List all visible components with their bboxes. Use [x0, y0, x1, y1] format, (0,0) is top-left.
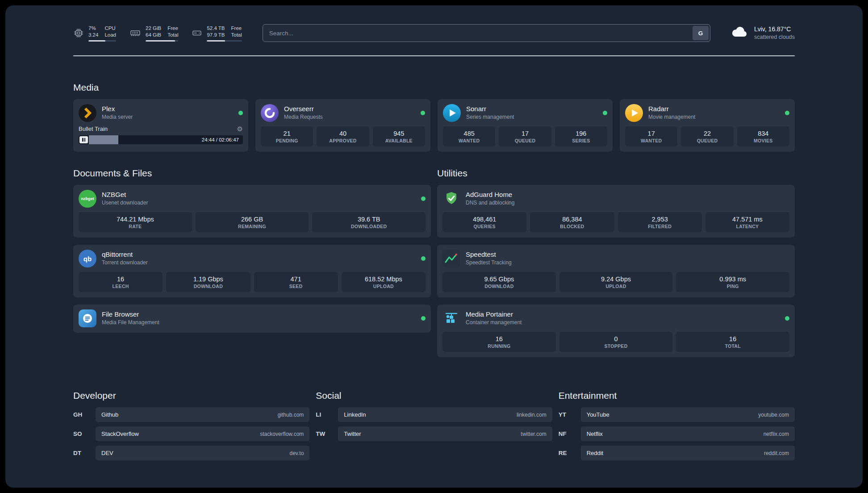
service-card-filebrowser[interactable]: File Browser Media File Management [73, 305, 431, 333]
stat-tile: 1.19 Gbps DOWNLOAD [166, 272, 250, 292]
stat-value: 266 GB [197, 215, 307, 223]
stat-value: 1.19 Gbps [168, 275, 248, 283]
bookmark-name: DEV [101, 450, 113, 456]
search-engine-button[interactable]: G [693, 26, 709, 40]
bookmark-url: dev.to [290, 450, 304, 456]
stat-label: AVAILABLE [375, 138, 423, 144]
cpu-progress-bar [88, 40, 116, 42]
disk-label-bottom: Total [231, 32, 242, 38]
bookmark-group-entertainment: Entertainment YT YouTube youtube.com NF … [559, 390, 795, 460]
stat-tile: 945 AVAILABLE [373, 126, 425, 146]
cpu-load-value: 3.24 [88, 32, 98, 38]
disk-total: 97.9 TB [207, 32, 225, 38]
memory-progress-bar [146, 40, 178, 42]
disk-icon [192, 28, 202, 38]
bookmark-github[interactable]: GH Github github.com [73, 407, 309, 422]
service-card-portainer[interactable]: Media Portainer Container management 16 … [437, 305, 795, 357]
status-dot [785, 316, 789, 321]
bookmark-stackoverflow[interactable]: SO StackOverflow stackoverflow.com [73, 426, 309, 441]
stat-label: RATE [80, 223, 190, 230]
stat-value: 86,384 [532, 215, 612, 223]
dashboard-frame: 7% 3.24 CPU Load [0, 0, 868, 493]
stat-value: 618.52 Mbps [343, 275, 424, 283]
stat-value: 471 [256, 275, 336, 283]
service-card-radarr[interactable]: Radarr Movie management 17 WANTED 22 QUE… [620, 99, 795, 152]
stat-label: PING [678, 283, 788, 289]
radarr-icon [625, 104, 643, 122]
section-title-entertainment: Entertainment [559, 390, 795, 401]
bookmark-reddit[interactable]: RE Reddit reddit.com [559, 446, 795, 460]
service-card-sonarr[interactable]: Sonarr Series management 485 WANTED 17 Q… [438, 99, 613, 152]
stat-tile: 498,461 QUERIES [442, 212, 526, 232]
stat-label: WANTED [627, 138, 676, 144]
bookmark-name: Twitter [344, 430, 361, 437]
service-card-qbittorrent[interactable]: qb qBittorrent Torrent downloader 16 LEE… [73, 245, 431, 297]
service-card-nzbget[interactable]: nzbget NZBGet Usenet downloader 744.21 M… [73, 185, 431, 238]
stat-label: SERIES [557, 138, 605, 144]
bookmark-netflix[interactable]: NF Netflix netflix.com [559, 426, 795, 441]
stat-tile: 17 QUEUED [499, 126, 551, 146]
resource-widgets: 7% 3.24 CPU Load [73, 25, 242, 42]
section-title-utilities: Utilities [437, 168, 795, 179]
service-card-speedtest[interactable]: Speedtest Speedtest Tracking 9.65 Gbps D… [437, 245, 795, 297]
bookmark-linkedin[interactable]: LI LinkedIn linkedin.com [316, 407, 552, 422]
widget-settings-gear-icon[interactable]: ⚙ [237, 125, 243, 132]
stat-tile: 16 RUNNING [442, 332, 556, 352]
disk-widget: 52.4 TB 97.9 TB Free Total [192, 25, 242, 42]
bookmark-youtube[interactable]: YT YouTube youtube.com [559, 407, 795, 422]
service-name: NZBGet [102, 190, 148, 199]
bookmark-url: netflix.com [764, 431, 789, 437]
stat-label: QUERIES [444, 223, 525, 230]
adguard-icon [442, 190, 460, 208]
bookmark-dev[interactable]: DT DEV dev.to [73, 446, 309, 460]
filebrowser-icon [79, 309, 96, 327]
bookmark-group-social: Social LI LinkedIn linkedin.com TW Twitt… [316, 390, 552, 460]
bookmark-url: github.com [278, 412, 304, 418]
stat-label: REMAINING [197, 223, 307, 230]
bookmark-abbr: YT [559, 411, 575, 418]
stat-tile: 266 GB REMAINING [196, 212, 309, 232]
memory-free: 22 GiB [146, 25, 161, 32]
bookmark-url: stackoverflow.com [260, 431, 304, 437]
status-dot [421, 316, 426, 321]
stat-label: RUNNING [444, 343, 554, 349]
stat-tile: 485 WANTED [443, 126, 495, 146]
stat-value: 39.6 TB [314, 215, 424, 223]
bookmark-abbr: TW [316, 430, 332, 437]
cpu-usage: 7% [88, 25, 98, 32]
service-card-adguard-home[interactable]: AdGuard Home DNS and adblocking 498,461 … [437, 185, 795, 238]
status-dot [421, 256, 426, 261]
stat-value: 9.65 Gbps [444, 275, 554, 283]
search-bar: G [263, 24, 710, 42]
stat-value: 16 [678, 335, 788, 343]
overseerr-icon [261, 104, 279, 122]
service-subtitle: Container management [466, 318, 522, 327]
disk-progress-bar [207, 40, 242, 42]
stat-value: 485 [445, 130, 493, 138]
service-card-overseerr[interactable]: Overseerr Media Requests 21 PENDING 40 A… [255, 99, 430, 152]
bookmark-name: Reddit [587, 450, 604, 456]
stat-label: APPROVED [318, 138, 367, 144]
media-player-bar: 24:44 / 02:06:47 [79, 135, 243, 144]
bookmark-twitter[interactable]: TW Twitter twitter.com [316, 426, 552, 441]
stat-tile: 471 SEED [254, 272, 338, 292]
stat-value: 0.993 ms [678, 275, 788, 283]
service-name: Overseerr [284, 104, 323, 113]
pause-button[interactable] [79, 136, 88, 143]
search-input[interactable] [263, 24, 710, 42]
stat-label: FILTERED [620, 223, 700, 230]
stat-value: 22 [683, 130, 731, 138]
stat-label: STOPPED [561, 343, 671, 349]
section-utilities: Utilities AdGuard Home DNS and adblockin… [437, 168, 795, 364]
stat-label: PENDING [263, 138, 311, 144]
stat-label: UPLOAD [561, 283, 671, 289]
stat-label: TOTAL [678, 343, 788, 349]
bookmark-url: reddit.com [764, 450, 789, 456]
service-card-plex[interactable]: Plex Media server Bullet Train ⚙ 24:44 /… [73, 99, 248, 152]
stat-tile: 17 WANTED [625, 126, 677, 146]
service-name: File Browser [102, 310, 159, 318]
weather-widget: Lviv, 16.87°C scattered clouds [731, 25, 795, 41]
stat-label: BLOCKED [532, 223, 612, 230]
qbittorrent-icon: qb [79, 250, 96, 267]
bookmark-abbr: RE [559, 450, 575, 456]
